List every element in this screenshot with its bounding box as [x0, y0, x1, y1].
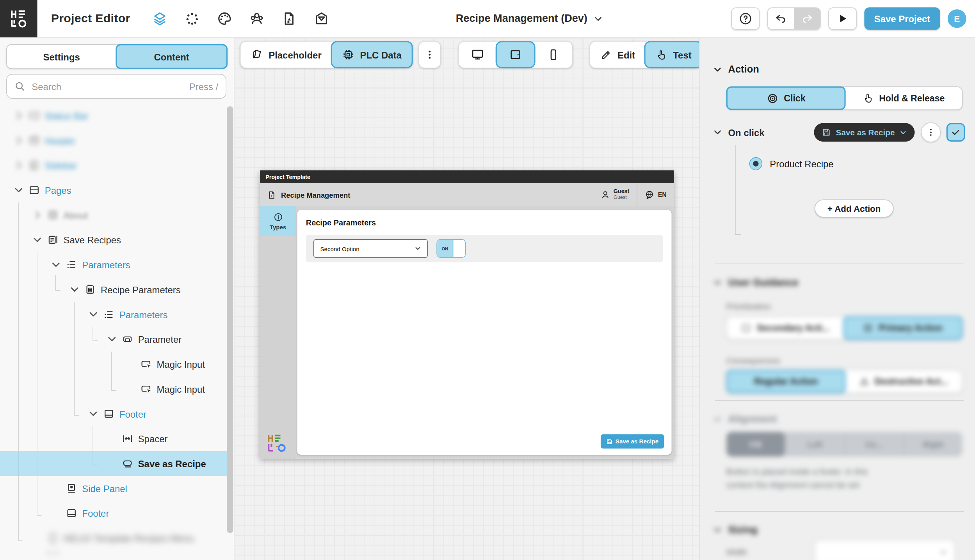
preview-on-toggle[interactable]: ON [436, 239, 466, 258]
search-input[interactable] [30, 80, 184, 92]
tree-item-footer[interactable]: Footer [0, 401, 233, 426]
section-divider [715, 263, 964, 264]
project-selector-label: Recipe Management (Dev) [456, 12, 587, 25]
trigger-hold-tab[interactable]: Hold & Release [845, 87, 962, 109]
dots-grid-icon[interactable] [185, 11, 200, 26]
tree-item-status-bar[interactable]: Status Bar [0, 103, 233, 128]
chevron-down-icon [713, 415, 722, 424]
undo-button[interactable] [768, 8, 794, 29]
tree-item-parameter[interactable]: Parameter [0, 327, 233, 352]
prioritization-tab-group: Secondary Acti... Primary Action [726, 316, 963, 340]
destructive-action-tab[interactable]: Destructive Act... [845, 370, 962, 392]
tree-item-side-panel[interactable]: Side Panel [0, 476, 233, 501]
help-button[interactable] [731, 7, 760, 30]
redo-button[interactable] [794, 8, 820, 29]
primary-action-tab[interactable]: Primary Action [843, 316, 963, 340]
preview-nav-types[interactable]: Types [260, 206, 296, 236]
palette-icon[interactable] [217, 11, 232, 26]
trigger-tab-group: Click Hold & Release [726, 86, 963, 110]
tree-item-spacer[interactable]: Spacer [0, 426, 233, 451]
test-mode-button[interactable]: Test [644, 41, 703, 68]
tree-item-parameters-inner[interactable]: Parameters [0, 302, 233, 327]
action-enabled-checkbox[interactable] [947, 123, 965, 142]
action-more-menu[interactable] [921, 122, 941, 142]
sizing-header[interactable]: Sizing [713, 525, 757, 536]
tree-item-pages[interactable]: Pages [0, 178, 233, 203]
width-dropdown[interactable] [815, 540, 955, 560]
tree-item-magic-input[interactable]: Magic Input [0, 376, 233, 401]
save-project-button[interactable]: Save Project [864, 7, 940, 30]
plc-data-mode-button[interactable]: PLC Data [331, 41, 413, 68]
layers-icon[interactable] [153, 11, 167, 26]
sidebar-scrollbar[interactable] [227, 106, 233, 533]
placeholder-icon [251, 48, 263, 61]
section-divider [715, 400, 964, 401]
tree-item-about[interactable]: About [0, 202, 233, 227]
chip-icon [342, 48, 354, 61]
device-phone-button[interactable] [535, 42, 572, 68]
alignment-header[interactable]: Alignment [713, 414, 777, 425]
device-desktop-button[interactable] [459, 42, 496, 68]
helio-logo[interactable] [0, 0, 37, 37]
tab-content[interactable]: Content [116, 44, 228, 69]
product-recipe-radio[interactable]: Product Recipe [749, 157, 834, 170]
preview-option-select[interactable]: Second Option [313, 239, 428, 258]
inspector-panel: Action Click Hold & Release On click [699, 38, 975, 560]
data-mode-toggle: Placeholder PLC Data [240, 41, 413, 68]
tree-item-header[interactable]: Header [0, 128, 233, 153]
tree-item-parameters[interactable]: Parameters [0, 252, 233, 277]
add-action-button[interactable]: + Add Action [815, 199, 893, 217]
project-selector[interactable]: Recipe Management (Dev) [456, 0, 602, 37]
secondary-action-tab[interactable]: Secondary Acti... [727, 317, 844, 339]
chevron-down-icon [900, 129, 907, 136]
collaborators-icon[interactable] [249, 11, 264, 26]
tree-item-partial[interactable] [0, 550, 233, 555]
spacer-icon [122, 433, 133, 444]
tree-item-save-recipes[interactable]: Save Recipes [0, 227, 233, 252]
user-guidance-header[interactable]: User Guidance [713, 277, 798, 289]
tree-item-sidebar[interactable]: Sidebar [0, 153, 233, 178]
preview-language-switch[interactable]: EN [645, 190, 667, 199]
search-box: Press / [6, 74, 226, 99]
run-button[interactable] [828, 7, 857, 30]
device-tablet-button[interactable] [496, 41, 536, 68]
trigger-click-tab[interactable]: Click [726, 86, 846, 110]
align-right-option[interactable]: Right [904, 432, 963, 457]
tree-item-footer-bottom[interactable]: Footer [0, 501, 233, 526]
pages-icon [28, 184, 40, 196]
align-left-option[interactable]: Left [785, 432, 845, 457]
chevron-down-icon [88, 309, 98, 319]
placeholder-mode-button[interactable]: Placeholder [241, 42, 332, 68]
feedback-mail-icon[interactable] [314, 11, 329, 26]
bullseye-icon [767, 92, 778, 104]
chevron-down-icon [713, 526, 722, 534]
undo-redo-group [767, 7, 821, 30]
design-canvas[interactable]: Placeholder PLC Data [235, 38, 699, 560]
align-center-option[interactable]: Ce... [845, 432, 904, 457]
tab-settings[interactable]: Settings [7, 45, 116, 69]
secondary-icon [741, 323, 751, 333]
action-section-header[interactable]: Action [713, 64, 759, 75]
chevron-down-icon [69, 285, 79, 294]
tree-item-recipe-parameters[interactable]: Recipe Parameters [0, 277, 233, 302]
chevron-down-icon [107, 334, 117, 344]
edit-mode-button[interactable]: Edit [590, 42, 645, 68]
tree-item-template-menu[interactable]: HELIO Template Recipes Menu [0, 526, 233, 551]
preview-sidebar: Types [260, 206, 296, 459]
asset-file-icon[interactable] [282, 11, 297, 26]
section-divider [715, 511, 964, 512]
preview-user-menu[interactable]: Guest Guest [600, 189, 629, 201]
canvas-more-menu[interactable] [418, 41, 441, 68]
device-toggle [458, 41, 573, 68]
action-type-dropdown[interactable]: Save as Recipe [814, 123, 915, 142]
on-click-collapse[interactable]: On click [713, 127, 764, 138]
preview-save-as-recipe-button[interactable]: Save as Recipe [601, 434, 664, 449]
user-avatar[interactable]: E [948, 9, 966, 28]
regular-action-tab[interactable]: Regular Action [726, 370, 846, 393]
tree-item-magic-input[interactable]: Magic Input [0, 352, 233, 377]
chevron-down-icon [51, 260, 61, 269]
align-fill-option[interactable]: Fill [726, 432, 786, 457]
tree-item-save-as-recipe[interactable]: Save as Recipe [0, 451, 233, 476]
preview-user-role: Guest [614, 195, 630, 200]
toggle-on-label: ON [437, 240, 453, 257]
